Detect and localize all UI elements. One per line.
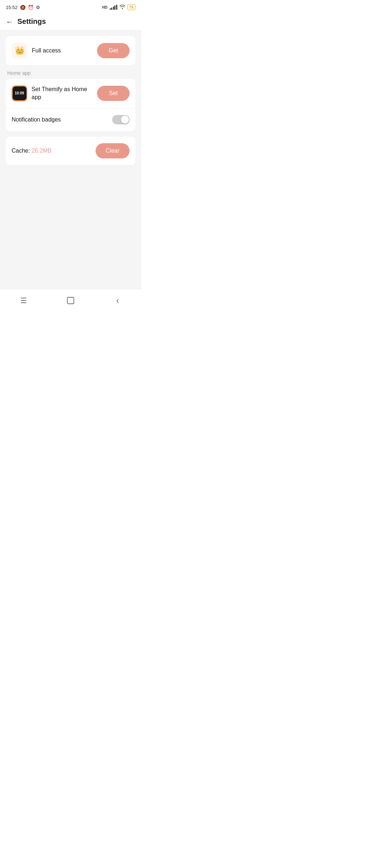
set-home-label: Set Themify as Home app bbox=[31, 85, 97, 102]
menu-button[interactable]: ☰ bbox=[16, 295, 31, 306]
back-button[interactable]: ← bbox=[6, 18, 13, 25]
clear-button[interactable]: Clear bbox=[96, 143, 130, 158]
main-content: 👑 Full access Get Home app 10:09 Set The… bbox=[0, 30, 141, 289]
status-right: HD 75 bbox=[102, 4, 135, 10]
full-access-row: 👑 Full access Get bbox=[6, 36, 135, 65]
time-display: 15:52 bbox=[6, 5, 18, 10]
crown-icon: 👑 bbox=[15, 46, 25, 55]
alarm-icon: ⏰ bbox=[28, 5, 34, 10]
signal-icon bbox=[110, 5, 117, 10]
full-access-card: 👑 Full access Get bbox=[6, 36, 135, 65]
notification-badges-row: Notification badges bbox=[6, 108, 135, 131]
get-button[interactable]: Get bbox=[97, 43, 130, 58]
svg-rect-0 bbox=[67, 297, 74, 304]
home-button[interactable] bbox=[63, 295, 78, 306]
notification-toggle[interactable] bbox=[112, 115, 130, 124]
full-access-left: 👑 Full access bbox=[12, 43, 97, 59]
notification-badges-label: Notification badges bbox=[12, 116, 61, 124]
set-home-row: 10:09 Set Themify as Home app Set bbox=[6, 79, 135, 108]
status-bar: 15:52 🔕 ⏰ ⚙ HD 75 bbox=[0, 0, 141, 13]
set-button[interactable]: Set bbox=[97, 86, 130, 101]
cache-label: Cache: 26.2MB bbox=[12, 148, 51, 154]
app-icon-container: 10:09 bbox=[12, 85, 27, 101]
home-app-card: 10:09 Set Themify as Home app Set Notifi… bbox=[6, 79, 135, 131]
back-nav-button[interactable]: ‹ bbox=[110, 295, 125, 306]
cache-size: 26.2MB bbox=[31, 148, 51, 154]
battery-display: 75 bbox=[127, 4, 135, 10]
set-home-left: 10:09 Set Themify as Home app bbox=[12, 85, 97, 102]
header: ← Settings bbox=[0, 13, 141, 30]
cache-card: Cache: 26.2MB Clear bbox=[6, 137, 135, 165]
crown-icon-container: 👑 bbox=[12, 43, 28, 59]
spacer bbox=[6, 134, 135, 137]
app-icon-clock: 10:09 bbox=[15, 91, 24, 95]
settings-icon: ⚙ bbox=[36, 5, 40, 10]
status-left: 15:52 🔕 ⏰ ⚙ bbox=[6, 5, 40, 10]
toggle-thumb bbox=[121, 116, 129, 124]
hd-label: HD bbox=[102, 5, 107, 9]
mute-icon: 🔕 bbox=[20, 5, 26, 10]
toggle-track bbox=[112, 115, 130, 124]
app-icon-inner: 10:09 bbox=[13, 86, 26, 100]
wifi-icon bbox=[119, 5, 125, 10]
page-title: Settings bbox=[17, 17, 46, 26]
bottom-nav: ☰ ‹ bbox=[0, 289, 141, 313]
cache-left: Cache: 26.2MB bbox=[12, 148, 96, 154]
full-access-label: Full access bbox=[32, 47, 61, 55]
cache-row: Cache: 26.2MB Clear bbox=[6, 137, 135, 165]
home-app-section-label: Home app bbox=[7, 70, 135, 76]
